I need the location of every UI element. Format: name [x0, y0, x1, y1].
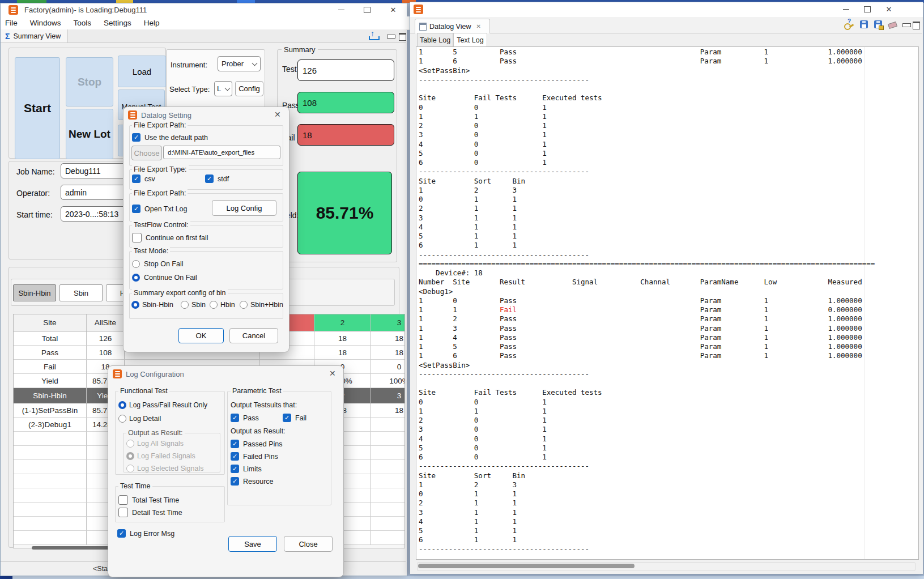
log-line: 4 0 1: [419, 140, 875, 149]
save-lock-icon[interactable]: [874, 20, 884, 30]
tab-datalog-view[interactable]: Datalog View ✕: [415, 19, 490, 33]
bin-table-cell: 108: [87, 346, 125, 360]
menu-settings[interactable]: Settings: [104, 19, 131, 27]
stdf-checkbox[interactable]: ✓ stdf: [205, 174, 229, 183]
menu-tools[interactable]: Tools: [74, 19, 92, 27]
text-log-panel[interactable]: 1 5 Pass Param 1 1.0000001 6 Pass Param …: [416, 46, 919, 560]
maximize-button[interactable]: [357, 3, 377, 16]
dialog-icon: [113, 369, 122, 378]
txt-log-group-label: File Export Path:: [132, 189, 188, 197]
menu-windows[interactable]: Windows: [30, 19, 61, 27]
limits-checkbox[interactable]: ✓ Limits: [231, 465, 262, 473]
export-path-field[interactable]: d:\MINI-ATE\auto_export_files: [163, 146, 280, 159]
minimize-button[interactable]: [836, 3, 855, 16]
bin-table-header[interactable]: AllSite: [87, 314, 125, 331]
passed-pins-checkbox[interactable]: ✓ Passed Pins: [231, 440, 282, 448]
horizontal-scrollbar[interactable]: [418, 564, 635, 568]
tab-summary-view[interactable]: Σ Summary View: [1, 29, 68, 42]
key-icon[interactable]: ?: [844, 20, 854, 30]
open-txt-log-checkbox[interactable]: ✓ Open Txt Log: [132, 205, 188, 213]
log-line: Site Sort Bin: [419, 471, 875, 480]
stop-on-fail-radio[interactable]: Stop On Fail: [132, 260, 183, 268]
status-text: <Sta: [93, 565, 108, 573]
bin-table-cell: (2-3)Debug1: [14, 418, 87, 432]
failed-pins-checkbox[interactable]: ✓ Failed Pins: [231, 452, 278, 461]
minimize-panel-icon[interactable]: [902, 23, 911, 27]
bin-table-cell: [14, 517, 87, 531]
load-button[interactable]: Load: [118, 56, 166, 87]
pass-checkbox[interactable]: ✓ Pass: [231, 414, 259, 422]
maximize-panel-icon[interactable]: [399, 33, 406, 41]
bin-table-header[interactable]: 2: [314, 314, 371, 331]
cancel-button[interactable]: Cancel: [229, 328, 278, 343]
bin-table-header[interactable]: 3: [371, 314, 405, 331]
continue-on-fail-radio[interactable]: Continue On Fail: [132, 274, 197, 282]
log-config-button[interactable]: Log Config: [212, 200, 276, 216]
sbin-plus-hbin-radio[interactable]: Sbin+Hbin: [240, 301, 283, 309]
detail-test-time-label: Detail Test Time: [132, 509, 182, 517]
save-icon[interactable]: [859, 20, 870, 30]
select-type-select[interactable]: L: [214, 81, 232, 96]
bin-tab-sbin-hbin[interactable]: Sbin-Hbin: [13, 284, 56, 301]
bin-tab-sbin[interactable]: Sbin: [59, 284, 103, 301]
menu-file[interactable]: File: [5, 19, 18, 27]
log-line: 6 0 1: [419, 158, 875, 167]
bin-table-cell: [371, 503, 405, 517]
close-icon[interactable]: ✕: [274, 110, 281, 119]
export-icon[interactable]: ↑: [369, 31, 378, 40]
menu-help[interactable]: Help: [144, 19, 160, 27]
radio-disabled-icon: [126, 440, 134, 448]
log-error-msg-checkbox[interactable]: ✓ Log Error Msg: [117, 529, 174, 538]
log-all-signals-radio[interactable]: Log All Signals: [126, 440, 184, 448]
datalog-setting-dialog: Datalog Setting ✕ File Export Path: ✓ Us…: [123, 107, 289, 352]
hbin-radio[interactable]: Hbin: [210, 301, 235, 309]
stop-button[interactable]: Stop: [66, 57, 113, 107]
log-passfail-radio[interactable]: Log Pass/Fail Result Only: [118, 401, 207, 409]
instrument-select[interactable]: Prober: [218, 56, 261, 71]
close-button[interactable]: ✕: [879, 3, 899, 16]
log-line: 1 2 3: [419, 480, 875, 489]
maximize-button[interactable]: [858, 3, 877, 16]
continue-first-fail-label: Continue on first fail: [146, 234, 208, 242]
pass-checkbox-label: Pass: [243, 414, 259, 422]
test-total-value[interactable]: 126: [297, 59, 394, 81]
new-lot-button[interactable]: New Lot: [66, 109, 113, 159]
start-button[interactable]: Start: [15, 57, 60, 159]
sbin-radio[interactable]: Sbin: [181, 301, 206, 309]
csv-checkbox[interactable]: ✓ csv: [132, 174, 155, 183]
minimize-panel-icon[interactable]: [387, 35, 395, 39]
log-detail-radio[interactable]: Log Detail: [118, 415, 161, 423]
save-button[interactable]: Save: [228, 536, 277, 552]
log-selected-signals-radio[interactable]: Log Selected Signals: [126, 465, 203, 472]
total-test-time-checkbox[interactable]: Total Test Time: [118, 495, 179, 505]
log-line: 1 1 1: [419, 112, 875, 121]
log-line: 1 1 1: [419, 407, 875, 416]
sbin-hbin-radio[interactable]: Sbin-Hbin: [131, 301, 173, 309]
log-line: <SetPassBin>: [419, 361, 875, 370]
bin-table-header[interactable]: Site: [14, 314, 87, 331]
tab-text-log[interactable]: Text Log: [453, 33, 487, 48]
config-button[interactable]: Config: [235, 81, 263, 96]
log-failed-signals-radio[interactable]: Log Failed Signals: [126, 452, 195, 460]
minimize-button[interactable]: [331, 3, 351, 16]
log-line: 1 6 Pass Param 1 1.000000: [419, 351, 875, 360]
continue-first-fail-checkbox[interactable]: Continue on first fail: [132, 233, 208, 242]
close-button[interactable]: Close: [284, 536, 333, 552]
detail-test-time-checkbox[interactable]: Detail Test Time: [118, 508, 182, 517]
tab-table-log[interactable]: Table Log: [417, 33, 453, 48]
close-icon[interactable]: ✕: [329, 369, 336, 378]
use-default-path-checkbox[interactable]: ✓ Use the default path: [132, 133, 208, 142]
fail-checkbox[interactable]: ✓ Fail: [283, 414, 306, 422]
log-line: 0 1 1: [419, 195, 875, 204]
resource-checkbox[interactable]: ✓ Resource: [231, 477, 274, 486]
close-tab-icon[interactable]: ✕: [476, 23, 480, 29]
bin-table-cell: [371, 446, 405, 460]
chevron-down-icon: [252, 61, 258, 66]
ok-button[interactable]: OK: [178, 328, 224, 343]
maximize-panel-icon[interactable]: [913, 22, 920, 29]
choose-button[interactable]: Choose: [131, 146, 162, 160]
file-export-path-label: File Export Path:: [132, 121, 188, 129]
radio-off-icon: [240, 301, 248, 309]
eraser-icon[interactable]: [888, 20, 898, 30]
close-button[interactable]: ✕: [384, 3, 403, 16]
